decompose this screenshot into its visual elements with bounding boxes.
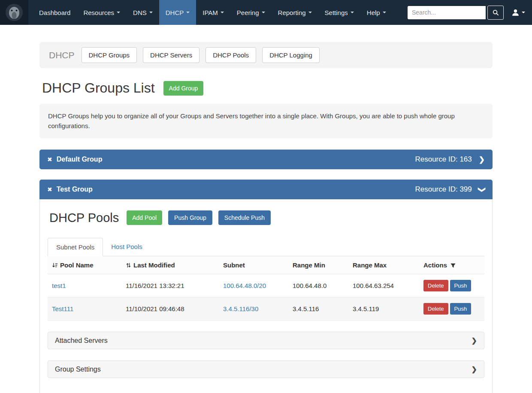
range-min-value: 100.64.48.0	[293, 282, 326, 289]
dhcp-pools-button[interactable]: DHCP Pools	[206, 47, 256, 63]
caret-down-icon	[262, 12, 265, 13]
nav-item-label: Peering	[237, 9, 259, 16]
mandrill-logo-icon	[5, 3, 23, 21]
resource-id-label: Resource ID: 163	[415, 155, 472, 164]
tab-subnet-pools[interactable]: Subnet Pools	[48, 238, 103, 256]
push-button[interactable]: Push	[450, 280, 472, 291]
nav-item-dashboard[interactable]: Dashboard	[33, 0, 77, 25]
schedule-push-button[interactable]: Schedule Push	[218, 210, 271, 225]
col-subnet: Subnet	[219, 256, 288, 274]
nav-item-ipam[interactable]: IPAM	[196, 0, 230, 25]
group-header-test-group[interactable]: ✖ Test Group Resource ID: 399 ❯	[39, 180, 493, 199]
page-title: DHCP Groups List	[42, 80, 155, 96]
table-header-row: Pool Name Last Modified Subnet Range Min…	[48, 256, 484, 274]
nav-item-help[interactable]: Help	[360, 0, 393, 25]
caret-down-icon	[308, 12, 312, 13]
chevron-right-icon[interactable]: ❯	[472, 365, 477, 373]
col-range-min: Range Min	[288, 256, 348, 274]
nav-item-label: Help	[367, 9, 380, 16]
dhcp-groups-button[interactable]: DHCP Groups	[82, 47, 137, 63]
nav-item-label: Settings	[325, 9, 348, 16]
close-icon[interactable]: ✖	[47, 156, 52, 163]
nav-item-label: Resources	[83, 9, 114, 16]
table-row: Test111 11/10/2021 09:46:48 3.4.5.116/30…	[48, 297, 484, 321]
sort-icon[interactable]	[126, 262, 131, 268]
col-last-modified[interactable]: Last Modified	[121, 256, 219, 274]
delete-button[interactable]: Delete	[423, 303, 448, 315]
range-max-value: 3.4.5.119	[353, 305, 379, 312]
close-icon[interactable]: ✖	[47, 186, 52, 193]
nav-item-dhcp[interactable]: DHCP	[159, 0, 196, 25]
last-modified-value: 11/10/2021 09:46:48	[126, 305, 184, 312]
provision-logo[interactable]	[0, 0, 28, 25]
col-label: Last Modified	[133, 261, 175, 269]
add-pool-button[interactable]: Add Pool	[127, 210, 162, 225]
section-label: Group Settings	[55, 366, 101, 373]
navbar-right	[408, 0, 532, 25]
last-modified-value: 11/16/2021 13:32:21	[126, 282, 184, 289]
range-max-value: 100.64.63.254	[353, 282, 394, 289]
pool-name-link[interactable]: Test111	[52, 305, 73, 312]
col-label: Actions	[423, 261, 447, 269]
pools-header: DHCP Pools Add Pool Push Group Schedule …	[48, 210, 484, 225]
col-range-max: Range Max	[348, 256, 419, 274]
main-content: DHCP DHCP Groups DHCP Servers DHCP Pools…	[39, 42, 493, 393]
top-navbar: Dashboard Resources DNS DHCP IPAM Peerin…	[0, 0, 532, 25]
tab-host-pools[interactable]: Host Pools	[103, 238, 151, 256]
breadcrumb-title: DHCP	[49, 50, 75, 60]
dhcp-logging-button[interactable]: DHCP Logging	[262, 47, 320, 63]
nav-item-label: Reporting	[278, 9, 306, 16]
chevron-right-icon[interactable]: ❯	[472, 336, 477, 345]
caret-down-icon	[383, 12, 386, 13]
chevron-down-icon[interactable]: ❯	[477, 186, 486, 192]
nav-item-reporting[interactable]: Reporting	[272, 0, 318, 25]
nav-item-dns[interactable]: DNS	[127, 0, 159, 25]
nav-item-settings[interactable]: Settings	[318, 0, 360, 25]
caret-down-icon	[351, 12, 354, 13]
subnet-link[interactable]: 100.64.48.0/20	[223, 282, 266, 289]
search-button[interactable]	[487, 6, 504, 20]
pool-name-link[interactable]: test1	[52, 282, 66, 289]
group-settings-section[interactable]: Group Settings ❯	[48, 360, 484, 378]
caret-down-icon	[117, 12, 120, 13]
push-button[interactable]: Push	[450, 303, 472, 315]
filter-icon[interactable]	[450, 263, 456, 268]
nav-item-label: DHCP	[166, 9, 184, 16]
caret-down-icon	[522, 12, 525, 13]
page-description: DHCP Groups help you to organize all of …	[39, 104, 493, 138]
test-group-panel: DHCP Pools Add Pool Push Group Schedule …	[39, 199, 493, 393]
pools-table: Pool Name Last Modified Subnet Range Min…	[48, 256, 484, 321]
delete-button[interactable]: Delete	[423, 280, 448, 291]
nav-item-peering[interactable]: Peering	[230, 0, 272, 25]
dhcp-servers-button[interactable]: DHCP Servers	[143, 47, 200, 63]
col-label: Subnet	[223, 261, 245, 269]
breadcrumb: DHCP DHCP Groups DHCP Servers DHCP Pools…	[39, 42, 493, 68]
nav-item-label: Dashboard	[39, 9, 70, 16]
group-header-default-group[interactable]: ✖ Default Group Resource ID: 163 ❯	[39, 150, 493, 169]
search-icon	[493, 9, 499, 16]
caret-down-icon	[221, 12, 224, 13]
caret-down-icon	[186, 12, 190, 13]
col-label: Range Max	[353, 261, 387, 269]
chevron-right-icon[interactable]: ❯	[479, 155, 485, 164]
group-name: Default Group	[57, 156, 103, 163]
push-group-button[interactable]: Push Group	[168, 210, 212, 225]
nav-item-resources[interactable]: Resources	[77, 0, 127, 25]
title-row: DHCP Groups List Add Group	[42, 80, 493, 96]
nav-item-label: IPAM	[203, 9, 218, 16]
nav-item-label: DNS	[133, 9, 147, 16]
resource-id-label: Resource ID: 399	[415, 185, 472, 194]
search-input[interactable]	[408, 6, 486, 19]
col-label: Pool Name	[60, 261, 94, 269]
add-group-button[interactable]: Add Group	[163, 81, 204, 96]
range-min-value: 3.4.5.116	[293, 305, 319, 312]
subnet-link[interactable]: 3.4.5.116/30	[223, 305, 258, 312]
sort-amount-icon[interactable]	[52, 262, 58, 268]
col-pool-name[interactable]: Pool Name	[48, 256, 121, 274]
user-menu[interactable]	[511, 9, 525, 17]
group-name: Test Group	[57, 186, 93, 193]
attached-servers-section[interactable]: Attached Servers ❯	[48, 332, 484, 349]
pools-tabs: Subnet Pools Host Pools	[48, 238, 484, 256]
col-label: Range Min	[293, 261, 325, 269]
nav-menu: Dashboard Resources DNS DHCP IPAM Peerin…	[33, 0, 393, 25]
